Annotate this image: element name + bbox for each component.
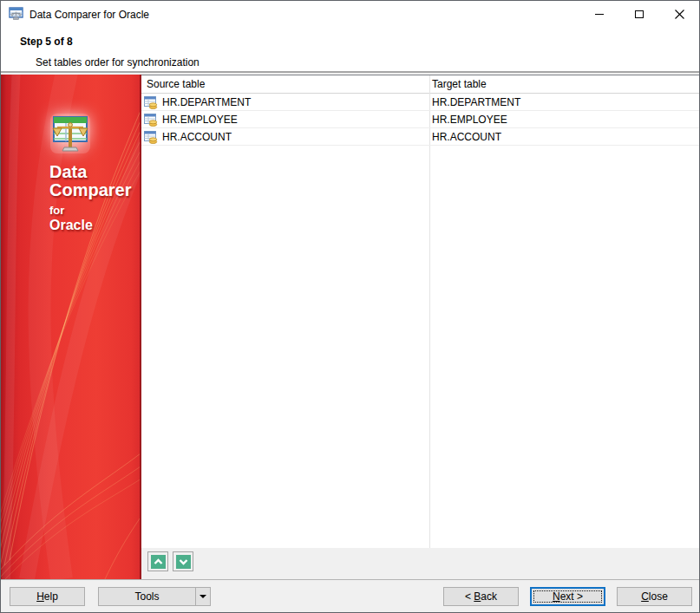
- help-button[interactable]: Help: [10, 587, 85, 606]
- wizard-window: Data Comparer for Oracle Step 5 of 8 Set…: [0, 0, 700, 613]
- maximize-icon: [635, 10, 644, 18]
- column-header-target-table[interactable]: Target table: [432, 78, 487, 90]
- window-title: Data Comparer for Oracle: [29, 9, 149, 21]
- chevron-down-icon: [176, 555, 191, 569]
- brand-text: Data Comparer for Oracle: [49, 163, 131, 232]
- step-subtitle: Set tables order for synchronization: [36, 56, 200, 68]
- target-table-cell: HR.EMPLOYEE: [432, 114, 507, 126]
- list-header-row: Source table Target table: [141, 75, 699, 94]
- source-table-cell: HR.ACCOUNT: [162, 131, 232, 143]
- move-up-button[interactable]: [147, 551, 168, 571]
- step-header: Step 5 of 8 Set tables order for synchro…: [1, 28, 699, 73]
- table-row[interactable]: HR.ACCOUNT HR.ACCOUNT: [141, 128, 699, 146]
- tables-order-list: Source table Target table HR.DEPARTMENT …: [141, 75, 699, 548]
- brand-line-comparer: Comparer: [49, 181, 131, 199]
- move-down-button[interactable]: [173, 551, 193, 571]
- minimize-button[interactable]: [579, 1, 619, 28]
- brand-line-for: for: [49, 205, 131, 217]
- next-button[interactable]: Next >: [530, 587, 605, 606]
- back-button[interactable]: < Back: [443, 587, 519, 606]
- source-table-cell: HR.EMPLOYEE: [162, 114, 238, 126]
- table-row[interactable]: HR.DEPARTMENT HR.DEPARTMENT: [141, 94, 699, 111]
- table-icon: [144, 130, 158, 144]
- column-header-source-table[interactable]: Source table: [147, 78, 205, 90]
- tools-button[interactable]: Tools: [98, 587, 211, 606]
- table-icon: [144, 113, 158, 127]
- footer-bar: Help Tools < Back Next > Close: [1, 579, 699, 613]
- tools-button-label: Tools: [99, 590, 195, 603]
- chevron-down-icon: [200, 595, 206, 598]
- minimize-icon: [595, 14, 604, 15]
- brand-sidebar: Data Comparer for Oracle: [1, 75, 141, 579]
- order-controls-strip: [141, 548, 699, 579]
- maximize-button[interactable]: [619, 1, 659, 28]
- table-row[interactable]: HR.EMPLOYEE HR.EMPLOYEE: [141, 111, 699, 128]
- source-table-cell: HR.DEPARTMENT: [162, 96, 251, 108]
- tools-dropdown-button[interactable]: [195, 588, 210, 605]
- column-divider: [429, 75, 430, 548]
- chevron-up-icon: [151, 555, 166, 569]
- close-button[interactable]: [659, 1, 699, 28]
- target-table-cell: HR.ACCOUNT: [432, 131, 501, 143]
- table-icon: [144, 95, 158, 109]
- step-title: Step 5 of 8: [20, 36, 73, 48]
- window-controls: [579, 1, 699, 28]
- list-body: HR.DEPARTMENT HR.DEPARTMENT HR.EMPLOYEE …: [141, 94, 699, 146]
- close-icon: [675, 10, 684, 19]
- app-logo-icon: [9, 7, 23, 22]
- close-wizard-button[interactable]: Close: [617, 587, 692, 606]
- table-with-scales-logo: [49, 113, 91, 154]
- brand-line-oracle: Oracle: [49, 218, 131, 233]
- target-table-cell: HR.DEPARTMENT: [432, 96, 520, 108]
- titlebar: Data Comparer for Oracle: [1, 1, 699, 28]
- brand-line-data: Data: [49, 163, 131, 181]
